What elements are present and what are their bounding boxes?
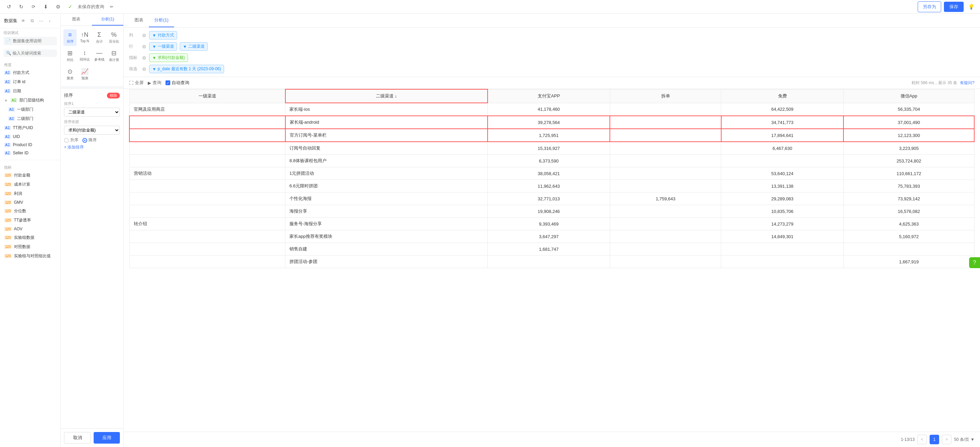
save-alt-button[interactable]: 另存为: [918, 2, 941, 12]
sidebar-item-dept-group[interactable]: ▼ AΞ 部门层级结构: [0, 96, 60, 105]
th-channel1: 一级渠道: [129, 89, 285, 103]
chart-type-pct[interactable]: % 百分比: [107, 29, 121, 46]
page1-btn[interactable]: 1: [930, 435, 939, 444]
asc-radio[interactable]: [64, 138, 69, 143]
add-sort-btn[interactable]: + 添加排序: [64, 143, 120, 152]
edit-icon[interactable]: ✏: [107, 2, 116, 11]
settings-icon-btn[interactable]: ⚙: [53, 2, 63, 11]
chart-type-compare[interactable]: ⊞ 对比: [63, 47, 76, 64]
tab-analysis-view[interactable]: 分析(1): [149, 14, 174, 27]
th-channel2[interactable]: 二级渠道 ↓: [285, 89, 488, 103]
chart-type-topn[interactable]: ↑N Top N: [78, 29, 91, 46]
chart-type-cluster[interactable]: ⊙ 聚类: [63, 66, 76, 83]
save-button[interactable]: 保存: [944, 2, 964, 12]
refresh-btn[interactable]: ⟳: [29, 2, 38, 11]
metric-label: 指标: [129, 55, 139, 61]
search-input[interactable]: [13, 51, 54, 56]
cancel-button[interactable]: 取消: [64, 432, 91, 444]
bulb-icon[interactable]: 💡: [966, 2, 976, 11]
sidebar-item-cost[interactable]: 123 成本计算: [0, 180, 60, 189]
cluster-chart-icon: ⊙: [67, 68, 73, 75]
sort-by-select[interactable]: 二级渠道 一级渠道 付款方式: [64, 108, 120, 117]
sidebar-item-dept1[interactable]: AΞ 一级部门: [0, 105, 60, 114]
collapse-icon[interactable]: ‹: [46, 17, 54, 24]
query-exec-btn[interactable]: ▶ 查询: [148, 80, 161, 86]
table-row: 海报分享19,908,24610,835,70616,576,082: [129, 205, 974, 218]
desc-radio-label[interactable]: 降序: [83, 137, 97, 143]
col-tag-payment[interactable]: ▼ 付款方式: [149, 31, 177, 40]
metric-settings-icon[interactable]: ⚙: [142, 55, 146, 61]
chart-type-label: 百分比: [109, 39, 119, 44]
auto-query-checkbox[interactable]: ✓: [165, 80, 170, 85]
tab-chart[interactable]: 图表: [60, 14, 92, 26]
sidebar-item-ctrl-data[interactable]: 123 对照数据: [0, 242, 60, 251]
sidebar-item-payment[interactable]: AΞ 付款方式: [0, 68, 60, 77]
sort1-label: 排序1: [64, 101, 120, 106]
filter-settings-icon[interactable]: ⚙: [142, 66, 146, 72]
sidebar-item-exp-ratio[interactable]: 123 实验组与对照组比值: [0, 251, 60, 261]
copy-icon[interactable]: ⧉: [28, 17, 36, 24]
sidebar-item-uid[interactable]: AΞ UID: [0, 133, 60, 141]
th-split: 拆单: [610, 89, 721, 103]
eye-icon[interactable]: 👁: [19, 17, 27, 24]
sidebar-item-tt-rate[interactable]: 123 TT渗透率: [0, 216, 60, 225]
td-channel1: [129, 230, 285, 243]
dataset-section: 培训测试 📄 数据集使用说明: [0, 28, 60, 47]
row-settings-icon[interactable]: ⚙: [142, 44, 146, 49]
metric-tag-sum[interactable]: ▼ 求和(付款金额): [149, 53, 188, 62]
sidebar-item-profit[interactable]: 123 利润: [0, 189, 60, 198]
row-tag-ch1[interactable]: ▼ 一级渠道: [149, 42, 177, 51]
sidebar-item-date[interactable]: AΞ 日期: [0, 86, 60, 96]
table-row: 8.8体验课程包用户6,373,590253,724,802: [129, 155, 974, 167]
help-fab[interactable]: ?: [969, 257, 980, 268]
undo-btn[interactable]: ↺: [4, 2, 14, 11]
td-channel2: 家长端-ios: [285, 103, 488, 116]
per-page-arrow[interactable]: ▼: [970, 437, 975, 442]
has-issue-link[interactable]: 有疑问?: [960, 80, 975, 86]
td-split: [610, 218, 721, 230]
sidebar-item-exp-data[interactable]: 123 实验组数据: [0, 233, 60, 242]
save-icon-btn[interactable]: ⬇: [41, 2, 50, 11]
sidebar-item-dept2[interactable]: AΞ 二级部门: [0, 114, 60, 123]
sort-dep-select[interactable]: 求和(付款金额): [64, 126, 120, 134]
chart-type-yoy[interactable]: ↕ 同环比: [78, 47, 91, 64]
asc-radio-label[interactable]: 升序: [64, 137, 78, 143]
sidebar-item-payment-amount[interactable]: 123 付款金额: [0, 171, 60, 180]
data-table: 一级渠道 二级渠道 ↓ 支付宝APP 拆单 免费 微信App 官网及应用商店家长…: [129, 89, 975, 268]
redo-btn[interactable]: ↻: [16, 2, 26, 11]
next-page-btn[interactable]: >: [942, 435, 951, 444]
sidebar-item-seller-id[interactable]: AΞ Seller ID: [0, 149, 60, 157]
tab-chart-view[interactable]: 图表: [129, 14, 149, 27]
dim-type-icon: AΞ: [11, 98, 18, 102]
topn-chart-icon: ↑N: [81, 31, 89, 38]
desc-radio[interactable]: [83, 138, 87, 143]
verify-icon: ✓: [65, 2, 75, 11]
sidebar-item-tt-uid[interactable]: AΞ TT用户UID: [0, 123, 60, 133]
fullscreen-btn[interactable]: ⛶ 全屏: [129, 80, 144, 86]
more-icon[interactable]: ⋯: [37, 17, 45, 24]
td-split: [610, 116, 721, 129]
chart-type-label: 同环比: [80, 57, 90, 62]
tab-analysis[interactable]: 分析(1): [92, 14, 123, 26]
row-tag-ch2[interactable]: ▼ 二级渠道: [180, 42, 208, 51]
chart-type-tablecalc[interactable]: ⊟ 表计算: [107, 47, 121, 64]
sidebar-item-aov[interactable]: 123 AOV: [0, 225, 60, 233]
td-channel2: 家长app推荐有奖模块: [285, 230, 488, 243]
sidebar-item-gmv[interactable]: 123 GMV: [0, 198, 60, 206]
row-config-row: 行 ⚙ ▼ 一级渠道 ▼ 二级渠道: [129, 42, 975, 51]
apply-button[interactable]: 应用: [94, 432, 120, 444]
sidebar-item-quantile[interactable]: 123 分位数: [0, 206, 60, 216]
chart-type-sort[interactable]: ≡ 排序: [63, 29, 76, 46]
td-wx: 110,661,172: [843, 167, 974, 180]
col-settings-icon[interactable]: ⚙: [142, 33, 146, 38]
prev-page-btn[interactable]: <: [917, 435, 927, 444]
sidebar-item-order-id[interactable]: AΞ 订单 id: [0, 77, 60, 86]
dataset-doc-item[interactable]: 📄 数据集使用说明: [3, 37, 57, 45]
sidebar-item-label: 二级部门: [17, 116, 33, 121]
chart-type-forecast[interactable]: 📈 预测: [78, 66, 91, 83]
remove-badge[interactable]: 移除: [107, 93, 120, 99]
chart-type-sum[interactable]: Σ 合计: [92, 29, 106, 46]
sidebar-item-product-id[interactable]: AΞ Product ID: [0, 141, 60, 149]
chart-type-refline[interactable]: — 参考线: [92, 47, 106, 64]
filter-tag-date[interactable]: ▼ p_date 最近有数 1 天 (2023-09-06): [149, 65, 224, 73]
